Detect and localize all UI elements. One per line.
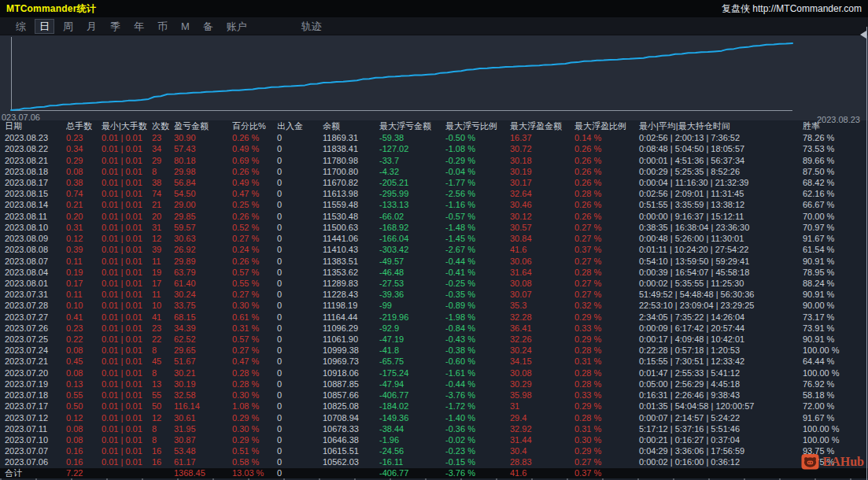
table-cell: 2023.07.07 [0, 446, 66, 456]
table-row[interactable]: 2023.07.270.410.01 | 0.014168.150.61 %01… [0, 312, 868, 323]
table-cell: 26.92 [174, 245, 232, 254]
table-cell[interactable]: 盈亏金额 [174, 120, 232, 132]
table-row[interactable]: 2023.07.190.130.01 | 0.011330.190.28 %01… [0, 378, 868, 390]
table-row[interactable]: 2023.08.080.390.01 | 0.013926.920.24 %01… [0, 244, 868, 255]
table-cell: 合计 [0, 467, 66, 479]
table-cell: 0 [277, 167, 323, 176]
menu-item-6[interactable]: 年 [129, 19, 149, 34]
scrollbar-arrow-icon[interactable] [860, 31, 866, 39]
table-row[interactable]: 2023.07.250.220.01 | 0.012262.520.57 %01… [0, 334, 868, 345]
menu-item-8[interactable]: M [176, 19, 194, 34]
table-row[interactable]: 2023.07.170.500.01 | 0.0150116.141.08 %0… [0, 401, 868, 412]
table-cell[interactable]: 最大浮亏比例 [445, 120, 510, 132]
right-scrollbar[interactable] [866, 27, 867, 480]
table-row[interactable]: 2023.07.180.550.01 | 0.015532.580.30 %01… [0, 390, 868, 401]
table-cell[interactable]: 百分比% [232, 120, 277, 132]
table-cell: 22:53:10 | 23:09:04 | 23:29:25 [639, 301, 803, 310]
table-cell: 0 [277, 379, 323, 389]
table-cell: -406.77 [379, 468, 445, 478]
table-cell: 7.22 [66, 468, 102, 478]
table-cell[interactable]: 最大浮盈比例 [574, 120, 639, 132]
table-row[interactable]: 2023.08.090.120.01 | 0.011230.630.27 %01… [0, 233, 868, 244]
table-cell: 0:04:29 | 3:36:06 | 17:56:59 [639, 446, 803, 456]
table-row[interactable]: 2023.08.230.230.01 | 0.012330.900.26 %01… [0, 132, 868, 143]
table-cell: -1.96 [379, 435, 445, 445]
table-row[interactable]: 2023.08.210.290.01 | 0.012980.180.69 %01… [0, 154, 868, 165]
menu-item-1[interactable]: 综 [11, 19, 31, 34]
table-cell: 50 [152, 401, 174, 411]
table-cell: 0.30 % [232, 390, 277, 400]
table-cell: 54.50 [174, 189, 232, 198]
table-cell: 29 [152, 156, 174, 165]
table-row[interactable]: 2023.07.210.450.01 | 0.014551.670.47 %01… [0, 356, 868, 367]
table-cell[interactable]: 日期 [0, 120, 66, 132]
menu-item-10[interactable]: 账户 [222, 19, 252, 34]
table-row[interactable]: 2023.07.060.160.01 | 0.011661.170.58 %01… [0, 456, 868, 467]
table-cell[interactable]: 最小|大手数 [102, 120, 152, 132]
table-row[interactable]: 2023.08.150.740.01 | 0.017454.500.47 %01… [0, 188, 868, 199]
table-row[interactable]: 2023.07.240.080.01 | 0.01829.650.27 %010… [0, 345, 868, 356]
table-row[interactable]: 2023.07.200.080.01 | 0.01830.210.28 %010… [0, 367, 868, 378]
table-cell[interactable]: 最小|平均|最大持仓时间 [639, 120, 803, 132]
table-cell: 2023.08.01 [0, 279, 66, 288]
table-cell: 0.01 | 0.01 [102, 334, 152, 344]
table-cell[interactable]: 胜率 [803, 120, 868, 132]
table-row[interactable]: 2023.08.220.340.01 | 0.013457.430.49 %01… [0, 143, 868, 154]
table-cell: 53.48 [174, 446, 232, 456]
table-cell: 0.13 [66, 379, 102, 389]
table-row[interactable]: 2023.07.100.080.01 | 0.01830.870.29 %010… [0, 434, 868, 445]
table-cell: 90.91 % [803, 334, 868, 344]
table-cell: 32.92 [510, 424, 574, 434]
table-cell[interactable]: 出入金 [277, 120, 323, 132]
brand-link[interactable]: 复盘侠 http://MTCommander.com [722, 2, 862, 16]
menu-item-9[interactable]: 备 [198, 19, 218, 34]
table-cell: -149.36 [379, 413, 445, 423]
table-row[interactable]: 2023.08.170.380.01 | 0.013856.840.49 %01… [0, 177, 868, 188]
table-cell: 0.29 % [574, 334, 639, 344]
table-cell[interactable]: 总手数 [66, 120, 102, 132]
table-row[interactable]: 2023.08.040.190.01 | 0.011963.790.57 %01… [0, 267, 868, 278]
table-row[interactable]: 2023.08.180.080.01 | 0.01829.980.26 %011… [0, 166, 868, 177]
table-cell: 72.00 % [803, 401, 868, 411]
table-cell: 0.01 | 0.01 [102, 446, 152, 456]
table-cell: 0.01 | 0.01 [102, 156, 152, 165]
table-cell: 0:00:21 | 0:16:27 | 0:37:04 [639, 435, 803, 445]
table-row[interactable]: 2023.07.260.230.01 | 0.012334.390.31 %01… [0, 323, 868, 334]
table-cell: 0 [277, 144, 323, 153]
table-row[interactable]: 2023.08.110.200.01 | 0.012029.850.26 %01… [0, 211, 868, 222]
table-cell: -2.56 % [445, 189, 510, 198]
table-cell[interactable]: 最大浮盈金额 [510, 120, 574, 132]
table-cell: 0:00:29 | 5:25:35 | 8:52:26 [639, 167, 803, 176]
table-cell: 0:00:07 | 2:14:57 | 5:24:22 [639, 413, 803, 423]
table-cell: 0.01 | 0.01 [102, 223, 152, 232]
menu-item-3[interactable]: 周 [58, 19, 78, 34]
table-row[interactable]: 2023.08.140.210.01 | 0.012129.000.25 %01… [0, 199, 868, 210]
table-row[interactable]: 2023.07.070.160.01 | 0.011653.480.51 %01… [0, 445, 868, 456]
table-cell: 10887.85 [323, 379, 379, 389]
table-cell: 0.08 [66, 424, 102, 434]
table-row[interactable]: 2023.07.120.120.01 | 0.011230.610.29 %01… [0, 412, 868, 423]
table-cell[interactable]: 次数 [152, 120, 174, 132]
menu-item-4[interactable]: 月 [82, 19, 102, 34]
menu-item-11[interactable]: 轨迹 [297, 19, 327, 34]
table-row[interactable]: 2023.07.310.110.01 | 0.011130.240.27 %01… [0, 289, 868, 300]
equity-chart: 023.07.06 2023.08.23 [0, 35, 868, 120]
title-bar: MTCommander统计 复盘侠 http://MTCommander.com [0, 0, 868, 17]
table-cell[interactable]: 余额 [323, 120, 379, 132]
table-cell: -99 [379, 301, 445, 310]
table-cell: 0.22 [66, 334, 102, 344]
table-row[interactable]: 2023.08.010.170.01 | 0.011761.400.55 %01… [0, 278, 868, 289]
table-cell[interactable]: 最大浮亏金额 [379, 120, 445, 132]
table-cell: 2023.08.15 [0, 189, 66, 198]
menu-item-5[interactable]: 季 [105, 19, 125, 34]
table-row[interactable]: 2023.08.070.110.01 | 0.011129.890.26 %01… [0, 255, 868, 266]
table-row[interactable]: 2023.08.100.310.01 | 0.013159.570.52 %01… [0, 222, 868, 233]
table-cell: 0.01 | 0.01 [102, 268, 152, 277]
menu-item-2[interactable]: 日 [35, 19, 54, 34]
table-cell: 0.30 % [232, 424, 277, 434]
table-cell: 41.6 [510, 245, 574, 254]
table-row[interactable]: 2023.07.280.100.01 | 0.011033.750.30 %01… [0, 300, 868, 311]
table-cell: 0.25 % [232, 200, 277, 209]
table-row[interactable]: 2023.07.110.080.01 | 0.01831.950.30 %010… [0, 423, 868, 434]
menu-item-7[interactable]: 币 [153, 19, 172, 34]
